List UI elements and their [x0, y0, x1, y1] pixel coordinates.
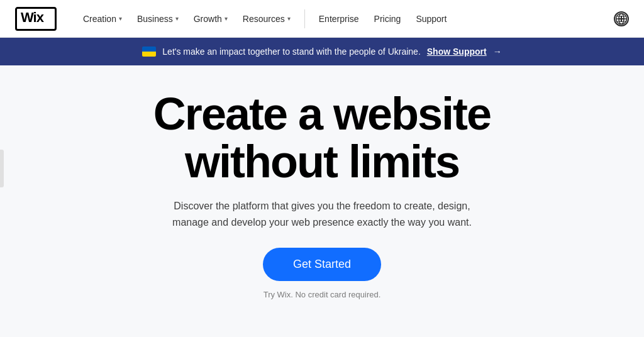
get-started-button[interactable]: Get Started — [263, 248, 381, 281]
wix-logo[interactable]: Wix — [15, 7, 57, 31]
language-selector-icon[interactable] — [614, 11, 629, 26]
hero-title: Create a website without limits — [153, 91, 491, 185]
flag-blue-stripe — [142, 47, 156, 52]
nav-enterprise-label: Enterprise — [319, 14, 359, 24]
hero-section: Create a website without limits Discover… — [0, 65, 644, 312]
chevron-down-icon: ▾ — [287, 15, 291, 22]
nav-item-creation[interactable]: Creation ▾ — [77, 10, 128, 28]
hero-subtitle: Discover the platform that gives you the… — [165, 198, 479, 230]
ukraine-flag-icon — [142, 47, 156, 57]
nav-item-resources[interactable]: Resources ▾ — [236, 10, 297, 28]
cta-note: Try Wix. No credit card required. — [264, 290, 381, 299]
banner-message: Let's make an impact together to stand w… — [162, 47, 420, 57]
chevron-down-icon: ▾ — [119, 15, 122, 22]
svg-text:Wix: Wix — [21, 11, 45, 25]
nav-item-enterprise[interactable]: Enterprise — [313, 10, 365, 28]
nav-support-label: Support — [416, 14, 447, 24]
nav-pricing-label: Pricing — [374, 14, 401, 24]
nav-item-pricing[interactable]: Pricing — [368, 10, 408, 28]
nav-resources-label: Resources — [243, 14, 285, 24]
nav-item-support[interactable]: Support — [409, 10, 453, 28]
chevron-down-icon: ▾ — [225, 15, 228, 22]
nav-growth-label: Growth — [194, 14, 222, 24]
nav-menu: Creation ▾ Business ▾ Growth ▾ Resources… — [77, 9, 614, 28]
flag-yellow-stripe — [142, 52, 156, 57]
navbar-right — [614, 11, 629, 26]
show-support-link[interactable]: Show Support — [427, 47, 487, 57]
nav-creation-label: Creation — [83, 14, 116, 24]
hero-title-line2: without limits — [185, 136, 459, 187]
nav-business-label: Business — [137, 14, 173, 24]
svg-point-2 — [619, 13, 624, 24]
chevron-down-icon: ▾ — [175, 15, 179, 22]
logo-area[interactable]: Wix — [15, 7, 57, 31]
arrow-icon: → — [493, 47, 502, 57]
nav-item-growth[interactable]: Growth ▾ — [187, 10, 234, 28]
nav-divider — [304, 9, 305, 28]
nav-item-business[interactable]: Business ▾ — [131, 10, 185, 28]
navbar: Wix Creation ▾ Business ▾ Growth ▾ Resou… — [0, 0, 644, 38]
announcement-banner: Let's make an impact together to stand w… — [0, 38, 644, 65]
hero-title-line1: Create a website — [153, 89, 491, 139]
scroll-indicator — [0, 150, 4, 187]
